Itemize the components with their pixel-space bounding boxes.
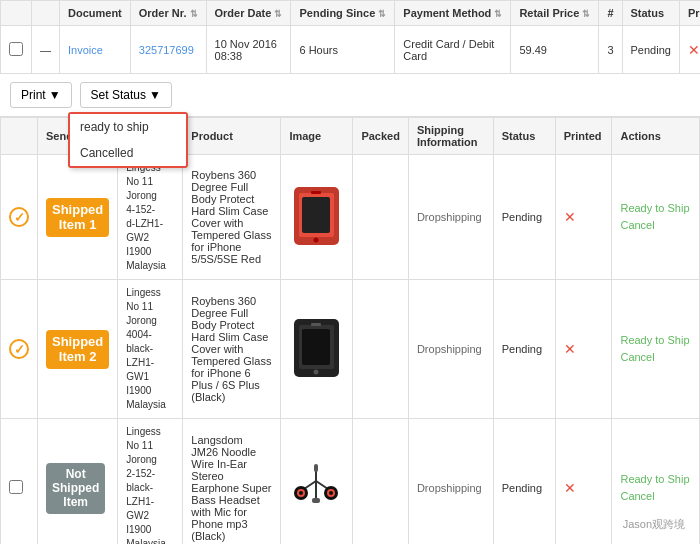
order-pending-cell: 6 Hours	[291, 26, 395, 74]
item2-dropshipping: Dropshipping	[417, 343, 482, 355]
item1-sku2: d-LZH1-	[126, 217, 174, 231]
item3-product-cell: Langsdom JM26 Noodle Wire In-Ear Stereo …	[183, 419, 281, 544]
item3-country: Malaysia	[126, 537, 174, 544]
item1-status: Pending	[502, 211, 542, 223]
toolbar: Print ▼ Set Status ▼ ready to ship Cance…	[0, 74, 700, 117]
item3-dropshipping: Dropshipping	[417, 482, 482, 494]
set-status-label: Set Status	[91, 88, 146, 102]
svg-rect-8	[311, 323, 321, 326]
order-col-pending: Pending Since ⇅	[291, 1, 395, 26]
item1-cancel-link[interactable]: Cancel	[620, 217, 691, 235]
item2-store: Lingess	[126, 286, 174, 300]
item1-product-image	[289, 185, 344, 247]
item1-ready-to-ship-link[interactable]: Ready to Ship	[620, 200, 691, 218]
svg-rect-2	[302, 197, 330, 233]
item2-ready-to-ship-link[interactable]: Ready to Ship	[620, 332, 691, 350]
item3-sku3: GW2	[126, 509, 174, 523]
item3-checkbox[interactable]	[9, 480, 23, 494]
order-col-payment: Payment Method ⇅	[395, 1, 511, 26]
item2-sku: 4004-	[126, 328, 174, 342]
item1-product-name: Roybens 360 Degree Full Body Protect Har…	[191, 169, 271, 265]
items-col-actions: Actions	[612, 118, 700, 155]
item3-printed-cell: ✕	[555, 419, 612, 544]
item3-product-name: Langsdom JM26 Noodle Wire In-Ear Stereo …	[191, 434, 271, 542]
item3-store: Lingess	[126, 425, 174, 439]
item1-image-cell	[281, 155, 353, 280]
svg-point-9	[314, 370, 319, 375]
order-col-check	[1, 1, 32, 26]
item3-printed-x-icon: ✕	[564, 480, 576, 496]
item3-sku: 2-152-	[126, 467, 174, 481]
order-col-printed: Printed ⇅	[679, 1, 700, 26]
svg-point-15	[299, 491, 303, 495]
item1-sku: 4-152-	[126, 203, 174, 217]
item1-shipping-cell: Dropshipping	[408, 155, 493, 280]
order-col-orderdate: Order Date ⇅	[206, 1, 291, 26]
order-status-cell: Pending	[622, 26, 679, 74]
item1-send-cell: ShippedItem 1	[38, 155, 118, 280]
item2-sku-cell: Lingess No 11 Jorong 4004- black-LZH1- G…	[118, 280, 183, 419]
item1-address1: No 11 Jorong	[126, 175, 174, 203]
invoice-link[interactable]: Invoice	[68, 44, 103, 56]
print-label: Print	[21, 88, 46, 102]
order-checkbox-cell[interactable]	[1, 26, 32, 74]
item2-cancel-link[interactable]: Cancel	[620, 349, 691, 367]
svg-rect-3	[311, 191, 321, 194]
order-col-retail: Retail Price ⇅	[511, 1, 599, 26]
item3-cancel-link[interactable]: Cancel	[620, 488, 691, 506]
item2-printed-x-icon: ✕	[564, 341, 576, 357]
item2-actions-cell: Ready to Ship Cancel	[612, 280, 700, 419]
item3-checkbox-cell[interactable]	[1, 419, 38, 544]
order-col-status: Status	[622, 1, 679, 26]
order-col-ordernr: Order Nr. ⇅	[130, 1, 206, 26]
item2-circle-checkbox[interactable]	[9, 339, 29, 359]
order-col-document: Document	[60, 1, 131, 26]
table-row: ShippedItem 1 Lingess No 11 Jorong 4-152…	[1, 155, 700, 280]
order-retail-cell: 59.49	[511, 26, 599, 74]
item1-sku3: GW2	[126, 231, 174, 245]
items-col-shipping: Shipping Information	[408, 118, 493, 155]
order-row: — Invoice 325717699 10 Nov 2016 08:38 6 …	[1, 26, 701, 74]
items-col-image: Image	[281, 118, 353, 155]
item2-seller-info: Lingess No 11 Jorong 4004- black-LZH1- G…	[126, 286, 174, 412]
item2-status-cell: Pending	[493, 280, 555, 419]
dropdown-ready-to-ship[interactable]: ready to ship	[70, 114, 186, 140]
status-dropdown-menu: ready to ship Cancelled	[68, 112, 188, 168]
set-status-button[interactable]: Set Status ▼	[80, 82, 172, 108]
watermark: Jason观跨境	[618, 515, 690, 534]
item2-product-image	[289, 317, 344, 379]
item2-product-cell: Roybens 360 Degree Full Body Protect Har…	[183, 280, 281, 419]
item1-seller-info: Lingess No 11 Jorong 4-152- d-LZH1- GW2 …	[126, 161, 174, 273]
order-document-cell: Invoice	[60, 26, 131, 74]
item3-sku-cell: Lingess No 11 Jorong 2-152- black-LZH1- …	[118, 419, 183, 544]
print-dropdown-icon: ▼	[49, 88, 61, 102]
svg-point-4	[314, 238, 319, 243]
item1-checkbox-cell[interactable]	[1, 155, 38, 280]
item2-status: Pending	[502, 343, 542, 355]
order-col-dash	[32, 1, 60, 26]
order-nr-cell: 325717699	[130, 26, 206, 74]
item1-actions-cell: Ready to Ship Cancel	[612, 155, 700, 280]
order-nr-link[interactable]: 325717699	[139, 44, 194, 56]
item1-circle-checkbox[interactable]	[9, 207, 29, 227]
set-status-dropdown-icon: ▼	[149, 88, 161, 102]
item2-send-cell: ShippedItem 2	[38, 280, 118, 419]
order-dash-cell: —	[32, 26, 60, 74]
items-col-product: Product	[183, 118, 281, 155]
item1-country: Malaysia	[126, 259, 174, 273]
print-button[interactable]: Print ▼	[10, 82, 72, 108]
item2-sku3: GW1	[126, 370, 174, 384]
item1-status-cell: Pending	[493, 155, 555, 280]
item2-printed-cell: ✕	[555, 280, 612, 419]
item2-checkbox-cell[interactable]	[1, 280, 38, 419]
item1-dropshipping: Dropshipping	[417, 211, 482, 223]
item2-image-cell	[281, 280, 353, 419]
item3-send-cell: NotShippedItem	[38, 419, 118, 544]
item2-shipping-cell: Dropshipping	[408, 280, 493, 419]
item2-country: Malaysia	[126, 398, 174, 412]
items-col-check	[1, 118, 38, 155]
svg-rect-20	[312, 498, 320, 503]
dropdown-cancelled[interactable]: Cancelled	[70, 140, 186, 166]
item3-ready-to-ship-link[interactable]: Ready to Ship	[620, 471, 691, 489]
item3-address1: No 11 Jorong	[126, 439, 174, 467]
